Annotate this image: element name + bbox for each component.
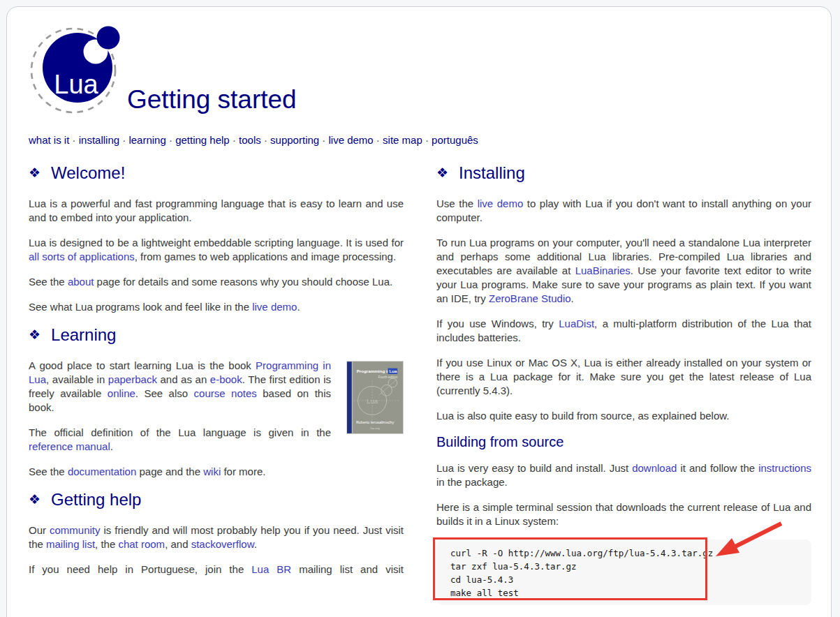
nav-separator: · xyxy=(261,134,270,146)
nav-link-what-is-it[interactable]: what is it xyxy=(29,134,69,146)
inline-link-all-sorts-of-applications[interactable]: all sorts of applications xyxy=(29,251,135,262)
nav-separator: · xyxy=(374,134,383,146)
text-run: it and follow the xyxy=(677,462,758,474)
inline-link-download[interactable]: download xyxy=(632,462,677,474)
text-run: . xyxy=(571,292,574,304)
nav-separator: · xyxy=(166,134,175,146)
section-heading-label: Getting help xyxy=(51,490,141,509)
diamond-icon: ❖ xyxy=(29,165,40,180)
paragraph: If you use Windows, try LuaDist, a multi… xyxy=(436,317,811,345)
text-run: mailing list and visit xyxy=(291,563,404,575)
paragraph: Lua is also quite easy to build from sou… xyxy=(436,409,811,423)
paragraph: See what Lua programs look and feel like… xyxy=(29,300,404,314)
nav-separator: · xyxy=(319,134,328,146)
section-learning: ❖Learning Lua Programming in Lua Fourth … xyxy=(29,325,404,479)
paragraph: Here is a simple terminal session that d… xyxy=(436,500,811,528)
paragraph: Lua is a powerful and fast programming l… xyxy=(29,197,404,225)
paragraph: Use the live demo to play with Lua if yo… xyxy=(436,197,811,225)
inline-link-documentation[interactable]: documentation xyxy=(68,466,136,477)
inline-link-about[interactable]: about xyxy=(68,276,94,288)
inline-link-course-notes[interactable]: course notes xyxy=(194,387,257,399)
inline-link-community[interactable]: community xyxy=(50,524,101,536)
logo-text: Lua xyxy=(54,70,98,99)
paragraph: If you use Linux or Mac OS X, Lua is eit… xyxy=(436,356,811,398)
nav-separator: · xyxy=(422,134,432,146)
inline-link-mailing-list[interactable]: mailing list xyxy=(46,538,95,550)
terminal-session-block: curl -R -O http://www.lua.org/ftp/lua-5.… xyxy=(436,540,811,605)
paragraph: See the about page for details and some … xyxy=(29,275,404,289)
nav-link-live-demo[interactable]: live demo xyxy=(329,134,374,146)
code-background: curl -R -O http://www.lua.org/ftp/lua-5.… xyxy=(436,540,811,605)
inline-link-chat-room[interactable]: chat room xyxy=(118,538,165,550)
section-welcome: ❖Welcome!Lua is a powerful and fast prog… xyxy=(29,163,404,314)
text-run: Lua is designed to be a lightweight embe… xyxy=(29,237,404,248)
nav-separator: · xyxy=(230,134,239,146)
nav-link-tools[interactable]: tools xyxy=(239,134,261,146)
paragraph: See the documentation page and the wiki … xyxy=(29,465,404,479)
inline-link-live-demo[interactable]: live demo xyxy=(252,301,297,313)
text-run: page and the xyxy=(136,466,203,477)
nav-link-learning[interactable]: learning xyxy=(128,134,165,146)
paragraph: Lua is designed to be a lightweight embe… xyxy=(29,236,404,264)
book-lineart-lua-text: Lua xyxy=(367,397,378,405)
inline-link-stackoverflow[interactable]: stackoverflow xyxy=(191,538,254,550)
inline-link-reference-manual[interactable]: reference manual xyxy=(29,440,110,452)
section-heading-label: Welcome! xyxy=(51,163,125,182)
right-column: ❖InstallingUse the live demo to play wit… xyxy=(436,159,811,605)
text-run: See what Lua programs look and feel like… xyxy=(29,301,252,313)
text-run: , available in xyxy=(46,373,108,385)
text-run: Lua is also quite easy to build from sou… xyxy=(436,410,729,422)
nav-separator: · xyxy=(69,134,78,146)
text-run: . xyxy=(254,538,257,550)
text-run: . See also xyxy=(135,387,194,399)
nav-link-installing[interactable]: installing xyxy=(79,134,119,146)
book-edition: Fourth edition xyxy=(378,376,398,379)
text-run: See the xyxy=(29,466,68,477)
section-installing: ❖InstallingUse the live demo to play wit… xyxy=(436,163,811,605)
section-heading: ❖Installing xyxy=(436,163,811,183)
nav-link-supporting[interactable]: supporting xyxy=(270,134,319,146)
page-title: Getting started xyxy=(127,85,297,114)
text-run: . xyxy=(110,440,113,452)
text-run: for more. xyxy=(221,466,265,477)
book-spine xyxy=(347,362,352,433)
text-run: If you use Windows, try xyxy=(436,318,559,329)
inline-link-lua-br[interactable]: Lua BR xyxy=(251,563,291,575)
section-heading: ❖Welcome! xyxy=(29,163,404,183)
nav-link-getting-help[interactable]: getting help xyxy=(175,134,230,146)
text-run: , the xyxy=(95,538,118,550)
inline-link-wiki[interactable]: wiki xyxy=(203,466,221,477)
book-spine-edge xyxy=(352,362,353,433)
section-getting-help: ❖Getting helpOur community is friendly a… xyxy=(29,490,404,577)
nav-link-portugu-s[interactable]: português xyxy=(432,134,478,146)
inline-link-instructions[interactable]: instructions xyxy=(758,462,811,474)
inline-link-luabinaries[interactable]: LuaBinaries xyxy=(575,265,631,276)
text-run: See the xyxy=(29,276,68,288)
inline-link-online[interactable]: online xyxy=(108,387,135,399)
book-author: Roberto Ierusalimschy xyxy=(356,420,395,424)
text-run: If you use Linux or Mac OS X, Lua is eit… xyxy=(436,357,811,396)
inline-link-live-demo[interactable]: live demo xyxy=(478,198,524,209)
left-column: ❖Welcome!Lua is a powerful and fast prog… xyxy=(29,159,404,605)
lua-logo-icon: Lua xyxy=(29,25,121,117)
section-heading: ❖Learning xyxy=(29,325,404,345)
text-run: Our xyxy=(29,524,50,536)
text-run: If you need help in Portuguese, join the xyxy=(29,563,251,575)
subsection-heading: Building from source xyxy=(436,434,811,450)
text-run: Here is a simple terminal session that d… xyxy=(436,501,811,527)
terminal-commands: curl -R -O http://www.lua.org/ftp/lua-5.… xyxy=(450,547,797,600)
text-run: A good place to start learning Lua is th… xyxy=(29,359,256,371)
text-run: Use the xyxy=(436,198,478,209)
inline-link-luadist[interactable]: LuaDist xyxy=(559,318,594,329)
inline-link-e-book[interactable]: e-book xyxy=(210,373,242,385)
inline-link-paperback[interactable]: paperback xyxy=(108,373,157,385)
page-card: Lua Getting started what is it · install… xyxy=(6,6,832,617)
nav-separator: · xyxy=(119,134,128,146)
book-cover-image: Lua Programming in Lua Fourth edition Ro… xyxy=(346,361,404,434)
nav-link-site-map[interactable]: site map xyxy=(383,134,422,146)
text-run: The official definition of the Lua langu… xyxy=(29,426,331,438)
inline-link-zerobrane-studio[interactable]: ZeroBrane Studio xyxy=(489,292,571,304)
book-publisher: lua.org xyxy=(370,426,380,430)
main-nav: what is it · installing · learning · get… xyxy=(29,134,478,146)
text-run: and as an xyxy=(157,373,210,385)
